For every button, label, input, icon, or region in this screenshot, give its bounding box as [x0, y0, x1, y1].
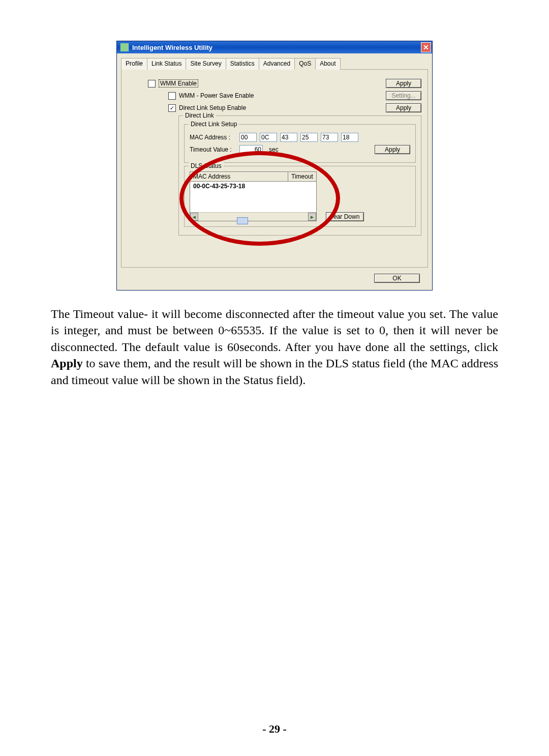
- setting-button: Setting...: [386, 91, 421, 100]
- close-icon[interactable]: ✕: [421, 42, 431, 52]
- titlebar: Intelligent Wireless Utility ✕: [117, 41, 432, 53]
- dialog-window: Intelligent Wireless Utility ✕ Profile L…: [116, 41, 433, 290]
- timeout-unit: sec: [269, 146, 279, 153]
- apply-button-dls-enable[interactable]: Apply: [386, 103, 421, 112]
- mac-octet-1[interactable]: [239, 133, 257, 142]
- mac-octet-2[interactable]: [260, 133, 277, 142]
- mac-octet-3[interactable]: [280, 133, 297, 142]
- dls-status-group: DLS Status MAC Address Timeout 00-0C-43-…: [184, 166, 416, 227]
- timeout-value-row: Timeout Value : sec Apply: [190, 145, 410, 154]
- apply-button-wmm[interactable]: Apply: [386, 79, 421, 88]
- app-icon: [120, 43, 129, 52]
- tab-body-qos: WMM Enable Apply WMM - Power Save Enable…: [121, 70, 428, 268]
- wmm-enable-checkbox[interactable]: [148, 80, 156, 88]
- mac-octet-6[interactable]: [341, 133, 358, 142]
- dls-header-mac: MAC Address: [190, 172, 288, 181]
- direct-link-setup-legend: Direct Link Setup: [189, 121, 239, 128]
- wmm-ps-label: WMM - Power Save Enable: [179, 92, 254, 99]
- direct-link-group: Direct Link Direct Link Setup MAC Addres…: [178, 115, 421, 236]
- dls-status-legend: DLS Status: [189, 162, 224, 169]
- client-area: Profile Link Status Site Survey Statisti…: [117, 53, 432, 290]
- tab-advanced[interactable]: Advanced: [259, 58, 295, 70]
- dls-enable-checkbox[interactable]: [168, 104, 176, 112]
- dls-status-table[interactable]: MAC Address Timeout 00-0C-43-25-73-18 ◄: [190, 171, 317, 221]
- wmm-ps-row: WMM - Power Save Enable Setting...: [128, 91, 421, 100]
- dls-table-header: MAC Address Timeout: [190, 172, 316, 182]
- mac-address-label: MAC Address :: [190, 134, 236, 141]
- wmm-enable-row: WMM Enable Apply: [128, 79, 421, 88]
- tab-strip: Profile Link Status Site Survey Statisti…: [121, 57, 428, 70]
- paragraph-text-1: The Timeout value- it will become discon…: [51, 307, 498, 354]
- tab-link-status[interactable]: Link Status: [147, 58, 186, 70]
- document-page: Intelligent Wireless Utility ✕ Profile L…: [0, 0, 549, 756]
- page-number: - 29 -: [0, 722, 549, 736]
- direct-link-setup-group: Direct Link Setup MAC Address :: [184, 124, 416, 163]
- wmm-enable-label: WMM Enable: [159, 79, 198, 88]
- mac-octet-5[interactable]: [321, 133, 338, 142]
- paragraph-text-2: to save them, and the result will be sho…: [51, 357, 498, 386]
- dls-scrollbar[interactable]: ◄ ►: [190, 212, 316, 221]
- scroll-thumb[interactable]: [237, 217, 248, 224]
- apply-button-dls-setup[interactable]: Apply: [375, 145, 410, 154]
- scroll-left-icon[interactable]: ◄: [190, 213, 198, 221]
- tab-profile[interactable]: Profile: [121, 58, 147, 70]
- scroll-right-icon[interactable]: ►: [308, 213, 316, 221]
- ok-button[interactable]: OK: [374, 274, 420, 283]
- direct-link-legend: Direct Link: [183, 112, 216, 119]
- mac-octet-4[interactable]: [300, 133, 318, 142]
- tab-site-survey[interactable]: Site Survey: [186, 58, 226, 70]
- dls-enable-label: Direct Link Setup Enable: [179, 104, 246, 111]
- explanation-paragraph: The Timeout value- it will become discon…: [51, 306, 498, 388]
- window-title: Intelligent Wireless Utility: [132, 44, 212, 51]
- tab-about[interactable]: About: [315, 58, 340, 70]
- wmm-ps-checkbox[interactable]: [168, 92, 176, 100]
- timeout-value-label: Timeout Value :: [190, 146, 236, 153]
- dls-entry[interactable]: 00-0C-43-25-73-18: [190, 182, 316, 212]
- tab-qos[interactable]: QoS: [294, 58, 316, 70]
- tear-down-button[interactable]: Tear Down: [326, 212, 364, 221]
- tab-statistics[interactable]: Statistics: [226, 58, 259, 70]
- paragraph-bold-apply: Apply: [51, 357, 83, 370]
- dls-header-timeout: Timeout: [288, 172, 316, 181]
- mac-address-row: MAC Address :: [190, 133, 410, 142]
- timeout-value-input[interactable]: [239, 145, 263, 154]
- dls-enable-row: Direct Link Setup Enable Apply: [128, 103, 421, 112]
- ok-row: OK: [121, 268, 428, 286]
